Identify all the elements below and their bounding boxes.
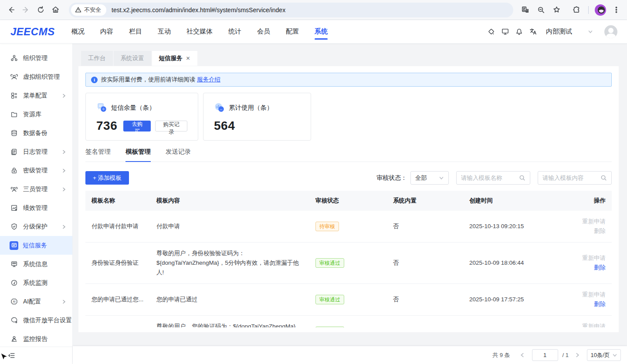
table-row: 身份验证身份验证 尊敬的用户，身份校验验证码为：${dongTaiYanZhen… <box>85 243 612 284</box>
user-avatar[interactable] <box>604 25 617 38</box>
database-icon <box>10 129 18 137</box>
template-name-input[interactable] <box>461 175 519 181</box>
menu-item-statistics[interactable]: 统计 <box>228 20 241 43</box>
sidebar-item-three-admins[interactable]: 三员管理 <box>0 180 72 199</box>
security-badge[interactable]: 不安全 <box>71 4 106 16</box>
collapse-icon <box>8 352 15 359</box>
bookmark-star-icon[interactable] <box>549 3 564 17</box>
tab-workbench[interactable]: 工作台 <box>81 51 113 66</box>
browser-forward-button[interactable] <box>18 3 33 17</box>
delete-link[interactable]: 删除 <box>594 264 606 271</box>
sidebar-item-data-backup[interactable]: 数据备份 <box>0 124 72 142</box>
app-header: JEECMS 概况 内容 栏目 互动 社交媒体 统计 会员 配置 系统 内部测试 <box>0 20 627 44</box>
reapply-link[interactable]: 重新申请 <box>582 291 606 298</box>
reapply-link[interactable]: 重新申请 <box>582 255 606 261</box>
prev-page-icon[interactable] <box>517 350 528 361</box>
browser-profile-avatar[interactable] <box>595 4 606 16</box>
sidebar-item-graded-protection[interactable]: 分级保护 <box>0 217 72 236</box>
sidebar-label: 系统信息 <box>23 260 47 268</box>
three-users-icon <box>10 185 18 193</box>
zoom-out-icon[interactable] <box>533 3 548 17</box>
menu-item-system[interactable]: 系统 <box>315 20 328 43</box>
sidebar-label: 绩效管理 <box>23 204 47 212</box>
delete-link[interactable]: 删除 <box>594 228 606 234</box>
chevron-down-icon <box>612 353 617 358</box>
browser-home-button[interactable] <box>48 3 63 17</box>
template-toolbar: + 添加模板 审核状态： 全部 <box>85 171 612 185</box>
translate-icon[interactable] <box>518 3 532 17</box>
menu-item-overview[interactable]: 概况 <box>71 20 85 43</box>
sidebar-label: 监控报告 <box>23 335 47 343</box>
sms-subtabs: 签名管理 模板管理 发送记录 <box>85 148 612 162</box>
browser-menu-icon[interactable] <box>609 3 624 17</box>
subtab-send-record[interactable]: 发送记录 <box>166 148 191 162</box>
clean-cache-icon[interactable] <box>484 25 498 39</box>
chevron-down-icon[interactable] <box>588 29 593 34</box>
status-badge: 审核通过 <box>315 327 344 327</box>
sidebar-item-performance[interactable]: 绩效管理 <box>0 199 72 217</box>
cell-template-content: 尊敬的用户，身份校验验证码为：${dongTaiYanZhengMa}，5分钟内… <box>150 243 309 284</box>
menu-item-social-media[interactable]: 社交媒体 <box>186 20 213 43</box>
pagination-bar: 共 9 条 / 1 10条/页 <box>73 346 627 364</box>
reapply-link[interactable]: 重新申请 <box>582 218 606 225</box>
page-size-select[interactable]: 10条/页 <box>587 349 621 361</box>
sidebar-item-menu-config[interactable]: 菜单配置 <box>0 86 72 105</box>
language-translate-icon[interactable] <box>526 25 540 39</box>
sidebar-item-monitor-report[interactable]: 监控报告 <box>0 330 72 348</box>
menu-item-column[interactable]: 栏目 <box>129 20 142 43</box>
sidebar-item-wechat-platform[interactable]: 微信开放平台设置 <box>0 311 72 330</box>
next-page-icon[interactable] <box>572 350 583 361</box>
audit-status-select[interactable]: 全部 <box>410 171 449 185</box>
close-tab-icon[interactable]: ✕ <box>186 55 190 61</box>
sidebar-item-resource-library[interactable]: 资源库 <box>0 105 72 124</box>
subtab-signature[interactable]: 签名管理 <box>85 148 111 162</box>
page-number-input[interactable] <box>532 349 558 361</box>
subtab-label: 发送记录 <box>166 148 191 155</box>
menu-item-config[interactable]: 配置 <box>286 20 299 43</box>
menu-item-interaction[interactable]: 互动 <box>158 20 171 43</box>
audit-status-label: 审核状态： <box>376 174 407 182</box>
sidebar-item-security-level[interactable]: 密级管理 <box>0 161 72 180</box>
browser-back-button[interactable] <box>3 3 18 17</box>
sidebar-collapse-button[interactable] <box>0 347 72 364</box>
notification-bell-icon[interactable] <box>512 25 526 39</box>
main-menu: 概况 内容 栏目 互动 社交媒体 统计 会员 配置 系统 <box>71 20 328 43</box>
sidebar-item-system-info[interactable]: 系统信息 <box>0 255 72 273</box>
sidebar-item-sms-service[interactable]: 短信服务 <box>0 236 72 255</box>
sidebar-item-ai-config[interactable]: AI AI配置 <box>0 292 72 311</box>
environment-label[interactable]: 内部测试 <box>546 27 572 36</box>
tab-sms-service[interactable]: 短信服务 ✕ <box>152 51 197 66</box>
browser-reload-button[interactable] <box>33 3 48 17</box>
chevron-right-icon <box>62 187 66 192</box>
cell-template-content: 您的申请已通过 <box>150 284 309 316</box>
address-bar[interactable]: 不安全 test.x2.jeecms.com/admin/index.html#… <box>69 3 513 17</box>
jeecms-logo[interactable]: JEECMS <box>10 26 71 38</box>
delete-link[interactable]: 删除 <box>594 301 606 307</box>
report-icon <box>10 335 18 343</box>
sidebar-item-org-management[interactable]: 组织管理 <box>0 49 72 67</box>
sidebar-item-system-monitor[interactable]: 系统监测 <box>0 273 72 292</box>
cell-template-content: 尊敬的用户，您的验证码为：${dongTaiYanZhengMa}，5分钟内有效… <box>150 316 309 328</box>
menu-item-content[interactable]: 内容 <box>100 20 113 43</box>
service-intro-link[interactable]: 服务介绍 <box>197 76 220 84</box>
purchase-history-button[interactable]: 购买记录 <box>155 121 187 131</box>
search-icon[interactable] <box>600 175 607 181</box>
sidebar-label: 日志管理 <box>23 148 47 156</box>
reapply-link[interactable]: 重新申请 <box>582 323 606 327</box>
menu-config-icon <box>10 92 18 99</box>
page-size-value: 10条/页 <box>590 351 610 359</box>
sidebar-label: 系统监测 <box>23 279 47 287</box>
template-content-input[interactable] <box>542 175 600 181</box>
screen-monitor-icon[interactable] <box>498 25 512 39</box>
sidebar-item-log-management[interactable]: 日志管理 <box>0 142 72 161</box>
header-actions: 操作 <box>570 191 612 211</box>
add-template-button[interactable]: + 添加模板 <box>85 171 129 185</box>
search-icon[interactable] <box>519 175 525 181</box>
sidebar-label: 微信开放平台设置 <box>23 317 72 324</box>
menu-item-members[interactable]: 会员 <box>257 20 270 43</box>
tab-system-settings[interactable]: 系统设置 <box>114 51 151 66</box>
sidebar-item-virtual-org[interactable]: 虚拟组织管理 <box>0 67 72 86</box>
buy-button[interactable]: 去购买 <box>123 121 151 131</box>
subtab-template[interactable]: 模板管理 <box>125 148 151 162</box>
extensions-icon[interactable] <box>569 3 584 17</box>
